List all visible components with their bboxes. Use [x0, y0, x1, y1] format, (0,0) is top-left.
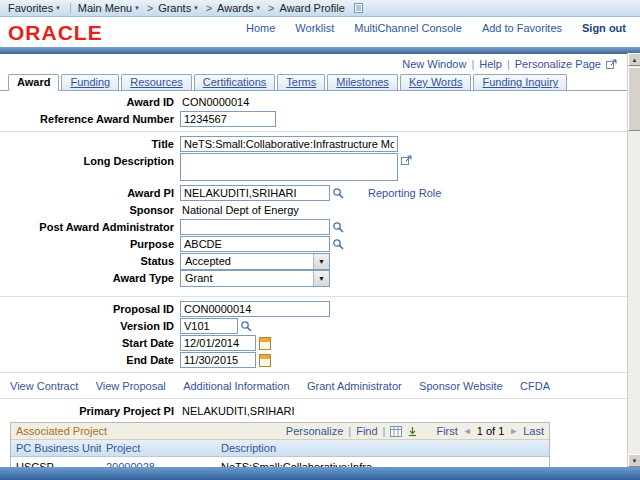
chevron-down-icon: ▼ — [313, 271, 329, 286]
purpose-label: Purpose — [0, 238, 180, 250]
sponsor-website-link[interactable]: Sponsor Website — [419, 380, 503, 392]
new-window-icon[interactable] — [606, 59, 617, 70]
page-content: New Window | Help | Personalize Page Awa… — [0, 54, 627, 480]
last-row-link[interactable]: Last — [523, 425, 544, 437]
award-type-select[interactable]: Grant ▼ — [180, 270, 330, 287]
column-header-description[interactable]: Description — [216, 442, 549, 454]
tab-certifications[interactable]: Certifications — [194, 74, 276, 90]
calendar-icon[interactable] — [259, 337, 271, 350]
expand-icon[interactable] — [401, 155, 412, 168]
tab-key-words[interactable]: Key Words — [400, 74, 472, 90]
menu-favorites-label: Favorites — [8, 2, 53, 14]
divider: | — [471, 58, 474, 70]
award-type-select-value: Grant — [181, 271, 313, 286]
previous-row-icon[interactable]: ◄ — [463, 426, 472, 436]
divider: | — [383, 425, 386, 437]
end-date-input[interactable] — [180, 352, 256, 368]
menu-favorites[interactable]: Favorites ▾ — [8, 2, 60, 14]
menu-awards[interactable]: Awards ▾ — [217, 2, 260, 14]
tab-resources[interactable]: Resources — [121, 74, 192, 90]
header-links: Home Worklist MultiChannel Console Add t… — [246, 22, 626, 34]
download-icon[interactable] — [407, 426, 418, 437]
grid-titlebar: Associated Project Personalize | Find | … — [11, 423, 549, 440]
post-award-administrator-label: Post Award Administrator — [0, 221, 180, 233]
tab-bar: Award Funding Resources Certifications T… — [0, 73, 627, 91]
breadcrumb-separator: > — [206, 2, 212, 14]
view-proposal-link[interactable]: View Proposal — [96, 380, 166, 392]
find-link[interactable]: Find — [356, 425, 377, 437]
tab-funding-inquiry[interactable]: Funding Inquiry — [473, 74, 567, 90]
proposal-id-input[interactable] — [180, 301, 330, 317]
calendar-icon[interactable] — [259, 354, 271, 367]
worklist-link[interactable]: Worklist — [295, 22, 334, 34]
menu-main-menu[interactable]: Main Menu ▾ — [78, 2, 139, 14]
award-pi-label: Award PI — [0, 187, 180, 199]
primary-project-pi-label: Primary Project PI — [0, 405, 180, 417]
award-pi-input[interactable] — [180, 185, 330, 201]
next-row-icon[interactable]: ► — [509, 426, 518, 436]
award-profile-form: Award ID CON0000014 Reference Award Numb… — [0, 91, 627, 368]
view-all-icon[interactable] — [390, 426, 402, 437]
personalize-link[interactable]: Personalize — [286, 425, 343, 437]
accent-bar — [0, 47, 640, 54]
search-icon[interactable] — [240, 320, 252, 332]
caret-down-icon: ▾ — [135, 4, 139, 12]
scrollbar-thumb[interactable] — [628, 67, 640, 131]
menu-grants[interactable]: Grants ▾ — [158, 2, 198, 14]
tab-milestones[interactable]: Milestones — [327, 74, 398, 90]
sign-out-link[interactable]: Sign out — [582, 22, 626, 34]
grid-header-row: PC Business Unit Project Description — [11, 440, 549, 457]
search-icon[interactable] — [332, 187, 344, 199]
menu-main-menu-label: Main Menu — [78, 2, 132, 14]
column-header-pc-business-unit[interactable]: PC Business Unit — [11, 442, 101, 454]
start-date-label: Start Date — [0, 337, 180, 349]
award-id-label: Award ID — [0, 96, 180, 108]
tab-terms[interactable]: Terms — [277, 74, 325, 90]
help-link[interactable]: Help — [479, 58, 502, 70]
menu-grants-label: Grants — [158, 2, 191, 14]
grant-administrator-link[interactable]: Grant Administrator — [307, 380, 402, 392]
grid-toolbar: Personalize | Find | First ◄ 1 of 1 ► La… — [286, 425, 544, 437]
reference-award-number-input[interactable] — [180, 111, 276, 127]
home-link[interactable]: Home — [246, 22, 275, 34]
breadcrumb: Favorites ▾ Main Menu ▾ > Grants ▾ > Awa… — [0, 0, 640, 17]
page-doc-icon[interactable] — [353, 2, 364, 14]
column-header-project[interactable]: Project — [101, 442, 216, 454]
long-description-textarea[interactable] — [180, 153, 398, 181]
scroll-up-icon[interactable]: ▲ — [628, 53, 640, 66]
breadcrumb-separator: > — [268, 2, 274, 14]
header-band: ORACLE Home Worklist MultiChannel Consol… — [0, 17, 640, 47]
award-type-label: Award Type — [0, 272, 180, 284]
start-date-input[interactable] — [180, 335, 256, 351]
caret-down-icon: ▾ — [56, 4, 60, 12]
add-to-favorites-link[interactable]: Add to Favorites — [482, 22, 562, 34]
view-contract-link[interactable]: View Contract — [10, 380, 78, 392]
version-id-input[interactable] — [180, 318, 238, 334]
tab-funding[interactable]: Funding — [61, 74, 119, 90]
version-id-label: Version ID — [0, 320, 180, 332]
proposal-id-label: Proposal ID — [0, 303, 180, 315]
purpose-input[interactable] — [180, 236, 330, 252]
scroll-down-icon[interactable]: ▼ — [628, 454, 640, 467]
personalize-page-link[interactable]: Personalize Page — [515, 58, 601, 70]
divider: | — [348, 425, 351, 437]
additional-information-link[interactable]: Additional Information — [183, 380, 289, 392]
divider — [70, 3, 71, 13]
multichannel-console-link[interactable]: MultiChannel Console — [354, 22, 462, 34]
first-row-link[interactable]: First — [436, 425, 457, 437]
tab-award[interactable]: Award — [8, 74, 59, 91]
related-links-row: View Contract View Proposal Additional I… — [0, 377, 560, 394]
vertical-scrollbar[interactable]: ▲ ▼ — [627, 53, 640, 467]
search-icon[interactable] — [332, 238, 344, 250]
caret-down-icon: ▾ — [194, 4, 198, 12]
reference-award-number-label: Reference Award Number — [0, 113, 180, 125]
status-select[interactable]: Accepted ▼ — [180, 253, 330, 270]
breadcrumb-separator: > — [147, 2, 153, 14]
title-input[interactable] — [180, 136, 398, 152]
reporting-role-link[interactable]: Reporting Role — [368, 187, 441, 199]
search-icon[interactable] — [332, 221, 344, 233]
cfda-link[interactable]: CFDA — [520, 380, 550, 392]
status-label: Status — [0, 255, 180, 267]
new-window-link[interactable]: New Window — [402, 58, 466, 70]
post-award-administrator-input[interactable] — [180, 219, 330, 235]
